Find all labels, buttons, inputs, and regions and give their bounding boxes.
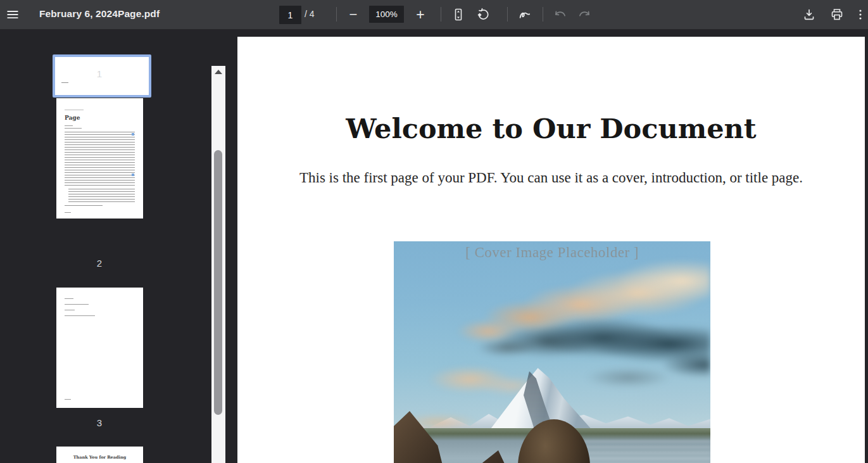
print-icon[interactable]: [829, 7, 845, 22]
document-filename: February 6, 2024Page.pdf: [39, 8, 160, 20]
cover-image-placeholder-text: [ Cover Image Placeholder ]: [394, 244, 710, 261]
thumbnail-page-4[interactable]: Thank You for Reading: [56, 447, 143, 463]
page-number-input[interactable]: [279, 6, 301, 24]
more-options-icon[interactable]: [853, 7, 868, 22]
scroll-up-arrow[interactable]: [215, 70, 222, 74]
zoom-out-button[interactable]: −: [346, 7, 361, 22]
thumbnail-page-2[interactable]: Page: [56, 98, 143, 219]
thumbnail-4-heading: Thank You for Reading: [56, 455, 143, 460]
thumbnail-label-1: 1: [55, 68, 144, 79]
thumbnail-2-heading: Page: [65, 115, 80, 121]
cover-image: [ Cover Image Placeholder ]: [394, 241, 710, 463]
document-title: Welcome to Our Document: [237, 113, 865, 144]
redo-icon[interactable]: [577, 7, 592, 22]
undo-icon[interactable]: [553, 7, 568, 22]
toolbar-divider: [336, 7, 337, 22]
thumbnail-page-3[interactable]: [56, 288, 143, 408]
pdf-page-1: Welcome to Our Document This is the firs…: [237, 37, 865, 463]
fit-to-page-icon[interactable]: [451, 7, 466, 22]
download-icon[interactable]: [802, 7, 817, 22]
pdf-viewer-window: February 6, 2024Page.pdf / 4 − 100% +: [0, 0, 868, 463]
sidebar-scrollbar[interactable]: [211, 66, 225, 463]
thumbnail-label-2: 2: [55, 258, 144, 269]
thumbnail-sidebar: 1 Page 2 3 Thank You for Reading: [0, 29, 231, 463]
annotate-icon[interactable]: [517, 7, 532, 22]
toolbar-divider: [543, 7, 543, 22]
toolbar: February 6, 2024Page.pdf / 4 − 100% +: [0, 0, 868, 30]
toolbar-divider: [507, 7, 508, 22]
zoom-in-button[interactable]: +: [413, 7, 428, 22]
hamburger-menu-icon[interactable]: [5, 7, 20, 22]
document-paragraph: This is the first page of your PDF. You …: [282, 167, 821, 189]
toolbar-divider: [441, 7, 441, 22]
thumbnail-label-3: 3: [55, 417, 144, 428]
scrollbar-thumb[interactable]: [214, 150, 222, 415]
page-count-label: / 4: [305, 9, 315, 19]
zoom-level-display[interactable]: 100%: [369, 6, 404, 23]
rotate-icon[interactable]: [476, 7, 491, 22]
